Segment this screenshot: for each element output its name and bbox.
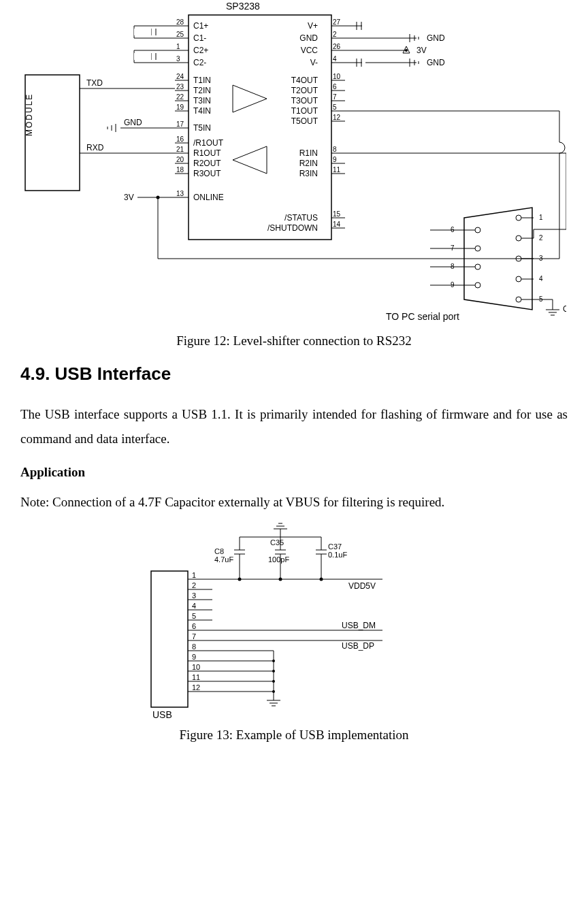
svg-text:USB_DM: USB_DM: [342, 621, 376, 630]
svg-text:/R1OUT: /R1OUT: [193, 138, 224, 148]
svg-text:R3OUT: R3OUT: [193, 169, 221, 178]
svg-text:3V: 3V: [124, 193, 134, 202]
svg-text:17: 17: [176, 120, 184, 128]
svg-text:C1+: C1+: [193, 21, 208, 31]
application-note: Note: Connection of a 4.7F Capacitor ext…: [20, 495, 568, 510]
svg-text:VDD5V: VDD5V: [348, 581, 376, 591]
svg-text:GND: GND: [427, 58, 445, 67]
svg-text:RXD: RXD: [86, 143, 104, 152]
svg-text:C35: C35: [270, 538, 284, 547]
svg-text:20: 20: [176, 156, 184, 163]
level-shifter-schematic-svg: SP3238 28C1+ 25C1- 1C2+ 3C2- 24T1IN 23T2…: [22, 0, 566, 327]
svg-text:10: 10: [192, 663, 200, 671]
svg-rect-95: [134, 53, 151, 60]
svg-text:C2-: C2-: [193, 58, 206, 67]
svg-text:USB_DP: USB_DP: [342, 641, 374, 651]
svg-text:3V: 3V: [416, 46, 427, 55]
svg-text:4: 4: [333, 55, 337, 63]
svg-point-238: [272, 690, 275, 693]
section-heading: 4.9. USB Interface: [20, 363, 568, 385]
usb-connector: [151, 571, 188, 707]
svg-text:C1-: C1-: [193, 33, 206, 43]
svg-point-151: [516, 215, 521, 221]
svg-text:T1OUT: T1OUT: [291, 106, 318, 116]
svg-text:9: 9: [192, 653, 196, 661]
svg-text:1: 1: [176, 43, 180, 50]
svg-text:R1IN: R1IN: [299, 148, 318, 158]
usb-schematic-svg: USB 1 2 3 4 5 6 7 8 9 10 11 12 VDD5V C8 …: [137, 517, 451, 721]
svg-rect-89: [134, 29, 151, 35]
svg-text:V-: V-: [310, 58, 318, 67]
svg-text:9: 9: [333, 156, 337, 163]
svg-point-235: [272, 660, 275, 662]
svg-text:19: 19: [176, 103, 184, 111]
svg-text:5: 5: [333, 103, 337, 111]
svg-text:T5IN: T5IN: [193, 123, 211, 133]
svg-text:1: 1: [192, 571, 196, 579]
db9-connector: 6 7 8 9 1 2 3 4 5 GND: [430, 208, 566, 315]
svg-text:R2OUT: R2OUT: [193, 159, 221, 168]
svg-text:2: 2: [192, 581, 196, 589]
svg-text:6: 6: [333, 83, 337, 91]
svg-text:2: 2: [539, 234, 543, 242]
svg-text:5: 5: [192, 612, 196, 620]
figure-13-caption: Figure 13: Example of USB implementation: [20, 728, 568, 743]
svg-text:T4OUT: T4OUT: [291, 76, 318, 85]
ic-name: SP3238: [226, 1, 260, 12]
svg-point-236: [272, 670, 275, 672]
svg-text:12: 12: [192, 683, 200, 692]
to-pc-label: TO PC serial port: [386, 311, 459, 322]
svg-text:28: 28: [176, 18, 184, 26]
svg-point-145: [475, 264, 480, 270]
svg-text:GND: GND: [299, 33, 318, 43]
svg-text:27: 27: [333, 18, 341, 26]
svg-text:V+: V+: [308, 21, 318, 31]
figure-12-schematic: SP3238 28C1+ 25C1- 1C2+ 3C2- 24T1IN 23T2…: [20, 0, 568, 327]
svg-point-142: [475, 246, 480, 251]
svg-text:T2IN: T2IN: [193, 86, 211, 95]
svg-text:22: 22: [176, 93, 184, 101]
rx-buffer-icon: [233, 146, 267, 174]
svg-text:8: 8: [192, 643, 196, 651]
svg-text:T2OUT: T2OUT: [291, 86, 318, 95]
svg-text:25: 25: [176, 31, 184, 38]
svg-text:USB: USB: [152, 709, 172, 720]
svg-point-154: [516, 235, 521, 241]
svg-text:GND: GND: [427, 33, 445, 43]
svg-text:GND: GND: [563, 304, 566, 314]
svg-text:2: 2: [333, 31, 337, 38]
svg-text:C2+: C2+: [193, 46, 208, 55]
svg-text:T3OUT: T3OUT: [291, 96, 318, 105]
svg-text:23: 23: [176, 83, 184, 91]
svg-text:C8: C8: [214, 547, 224, 555]
svg-text:/STATUS: /STATUS: [284, 213, 318, 223]
svg-text:TXD: TXD: [86, 78, 103, 88]
svg-text:15: 15: [333, 210, 341, 218]
ic-right-pins: 27V+ 2GND 26VCC 4V- 10T4OUT 6T2OUT 7T3OU…: [267, 18, 345, 233]
application-subheading: Application: [20, 465, 568, 480]
svg-text:T5OUT: T5OUT: [291, 116, 318, 126]
svg-text:3: 3: [192, 591, 196, 600]
svg-text:R1OUT: R1OUT: [193, 148, 221, 158]
svg-text:11: 11: [333, 166, 341, 174]
svg-text:100pF: 100pF: [268, 555, 289, 564]
svg-text:T4IN: T4IN: [193, 106, 211, 116]
svg-text:4: 4: [192, 602, 196, 610]
section-paragraph: The USB interface supports a USB 1.1. It…: [20, 402, 568, 451]
svg-point-139: [475, 227, 480, 233]
svg-text:R2IN: R2IN: [299, 159, 318, 168]
svg-point-160: [516, 276, 521, 282]
svg-text:12: 12: [333, 114, 341, 121]
svg-text:1: 1: [539, 214, 543, 221]
svg-text:ONLINE: ONLINE: [193, 193, 224, 202]
svg-text:C37: C37: [328, 542, 342, 551]
svg-text:21: 21: [176, 146, 184, 153]
svg-text:14: 14: [333, 221, 341, 228]
svg-text:T1IN: T1IN: [193, 76, 211, 85]
svg-text:4.7uF: 4.7uF: [214, 555, 233, 564]
svg-text:7: 7: [192, 632, 196, 640]
svg-text:GND: GND: [124, 118, 142, 127]
ic-left-pins: 28C1+ 25C1- 1C2+ 3C2- 24T1IN 23T2IN 22T3…: [175, 18, 224, 202]
svg-text:8: 8: [333, 146, 337, 153]
svg-point-105: [405, 49, 408, 52]
